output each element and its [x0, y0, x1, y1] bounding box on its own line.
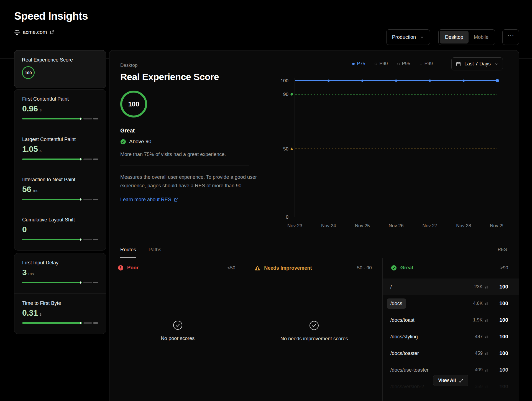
metric-overview: Desktop Real Experience Score 100 Great …	[120, 63, 260, 203]
res-score-badge: 100	[22, 66, 35, 79]
res-line-chart: 10090500Nov 23Nov 24Nov 25Nov 26Nov 27No…	[276, 75, 503, 231]
svg-text:50: 50	[283, 146, 288, 152]
sidebar-item-first-input-delay[interactable]: First Input Delay 3ms	[14, 253, 106, 293]
svg-text:Nov 28: Nov 28	[456, 223, 471, 228]
route-count-value: 4.6K	[473, 301, 483, 306]
route-score: 100	[495, 367, 508, 373]
svg-text:Nov 26: Nov 26	[389, 223, 404, 228]
route-row[interactable]: /docs 4.6K 100	[383, 295, 519, 312]
sidebar-item-interaction-to-next-paint[interactable]: Interaction to Next Paint 56ms	[14, 170, 106, 210]
mini-bars-icon[interactable]	[485, 335, 488, 339]
date-range-selector[interactable]: Last 7 Days	[451, 57, 503, 70]
secondary-metrics-group: First Input Delay 3ms Time to First Byte…	[14, 253, 106, 334]
legend-label: P90	[379, 61, 388, 67]
metric-label: First Contentful Paint	[22, 96, 98, 102]
route-score: 100	[495, 284, 508, 290]
sidebar-item-time-to-first-byte[interactable]: Time to First Byte 0.31s	[14, 293, 106, 334]
metric-value: 0.31	[22, 308, 38, 318]
metric-unit: s	[39, 108, 42, 112]
metric-gauge	[22, 118, 98, 119]
sidebar-item-real-experience-score[interactable]: Real Experience Score 100	[14, 50, 106, 88]
route-path[interactable]: /docs/use-toaster	[390, 367, 429, 373]
route-row[interactable]: /docs/toaster 459 100	[383, 345, 519, 362]
metric-label: First Input Delay	[22, 260, 98, 266]
mini-bars-icon[interactable]	[485, 285, 488, 289]
column-title: Poor	[127, 265, 139, 271]
rating-label: Great	[120, 127, 260, 134]
device-tab-desktop[interactable]: Desktop	[440, 31, 469, 44]
metric-gauge	[22, 322, 98, 324]
route-count-value: 359	[475, 384, 483, 389]
empty-state-needs-improvement: No needs improvement scores	[246, 276, 382, 342]
metric-label: Time to First Byte	[22, 300, 98, 306]
mini-bars-icon[interactable]	[485, 302, 488, 305]
legend-dot	[375, 63, 377, 65]
percentile-legend: P75 P90 P95 P99	[352, 61, 433, 67]
route-path[interactable]: /docs/toaster	[390, 351, 419, 356]
device-label: Desktop	[120, 63, 260, 68]
route-path[interactable]: /docs/version-2	[390, 384, 424, 390]
check-circle-outline-icon	[309, 320, 319, 331]
legend-dot	[420, 63, 422, 65]
globe-icon	[14, 29, 20, 35]
route-score: 100	[495, 350, 508, 356]
tab-paths[interactable]: Paths	[149, 242, 161, 258]
route-count: 359	[475, 384, 488, 389]
svg-text:0: 0	[286, 214, 288, 220]
mini-bars-icon[interactable]	[485, 352, 488, 355]
threshold-row: Above 90	[120, 139, 260, 145]
metric-value: 0.96	[22, 104, 38, 113]
route-row[interactable]: /docs/toast 1.9K 100	[383, 312, 519, 328]
view-all-button[interactable]: View All	[433, 375, 468, 386]
metric-unit: s	[39, 148, 42, 153]
metric-unit: ms	[33, 188, 38, 193]
learn-more-label: Learn more about RES	[120, 197, 171, 203]
metric-gauge	[22, 159, 98, 160]
sidebar-item-cumulative-layout-shift[interactable]: Cumulative Layout Shift 0	[14, 210, 106, 250]
route-row[interactable]: / 23K 100	[383, 279, 519, 295]
legend-item-p95[interactable]: P95	[397, 61, 410, 67]
route-count-value: 459	[475, 351, 483, 356]
alert-triangle-icon	[254, 265, 260, 271]
metric-gauge	[22, 239, 98, 240]
site-name: acme.com	[23, 29, 47, 35]
route-count-value: 1.9K	[473, 317, 483, 323]
score-columns: Poor <50 No poor scores Needs Improvemen…	[109, 258, 519, 401]
mini-bars-icon[interactable]	[485, 368, 488, 372]
route-count: 459	[475, 351, 488, 356]
route-count: 4.6K	[473, 301, 488, 306]
column-needs-improvement: Needs Improvement 50 - 90 No needs impro…	[246, 258, 382, 401]
mini-bars-icon[interactable]	[485, 318, 488, 322]
route-score: 100	[495, 334, 508, 340]
svg-text:Nov 29: Nov 29	[490, 223, 503, 228]
column-poor: Poor <50 No poor scores	[109, 258, 246, 401]
sidebar-item-largest-contentful-paint[interactable]: Largest Contentful Paint 1.05s	[14, 130, 106, 170]
legend-dot	[397, 63, 400, 65]
legend-item-p75[interactable]: P75	[352, 61, 365, 67]
column-range: 50 - 90	[357, 265, 372, 271]
metrics-sidebar: Real Experience Score 100 First Contentf…	[14, 50, 106, 334]
route-path[interactable]: /docs	[387, 298, 406, 309]
check-circle-icon	[120, 139, 126, 145]
svg-text:90: 90	[283, 92, 288, 97]
route-path[interactable]: /docs/toast	[390, 317, 415, 323]
route-path[interactable]: /	[390, 284, 392, 290]
route-row[interactable]: /docs/styling 487 100	[383, 328, 519, 345]
legend-item-p90[interactable]: P90	[375, 61, 388, 67]
column-title: Needs Improvement	[264, 265, 312, 271]
metric-label: Interaction to Next Paint	[22, 177, 98, 183]
metric-unit: ms	[28, 271, 34, 276]
sidebar-item-first-contentful-paint[interactable]: First Contentful Paint 0.96s	[14, 90, 106, 130]
svg-text:Nov 23: Nov 23	[287, 223, 302, 228]
mini-bars-icon[interactable]	[485, 385, 488, 389]
environment-selector[interactable]: Production	[386, 29, 430, 45]
route-count: 1.9K	[473, 317, 488, 323]
threshold-label: Above 90	[129, 139, 151, 145]
learn-more-link[interactable]: Learn more about RES	[120, 197, 178, 203]
route-count-value: 487	[475, 334, 483, 339]
tab-routes[interactable]: Routes	[120, 242, 136, 258]
legend-item-p99[interactable]: P99	[420, 61, 433, 67]
route-path[interactable]: /docs/styling	[390, 334, 418, 340]
more-menu-button[interactable]: ⋯	[502, 29, 519, 45]
device-tab-mobile[interactable]: Mobile	[469, 31, 494, 44]
